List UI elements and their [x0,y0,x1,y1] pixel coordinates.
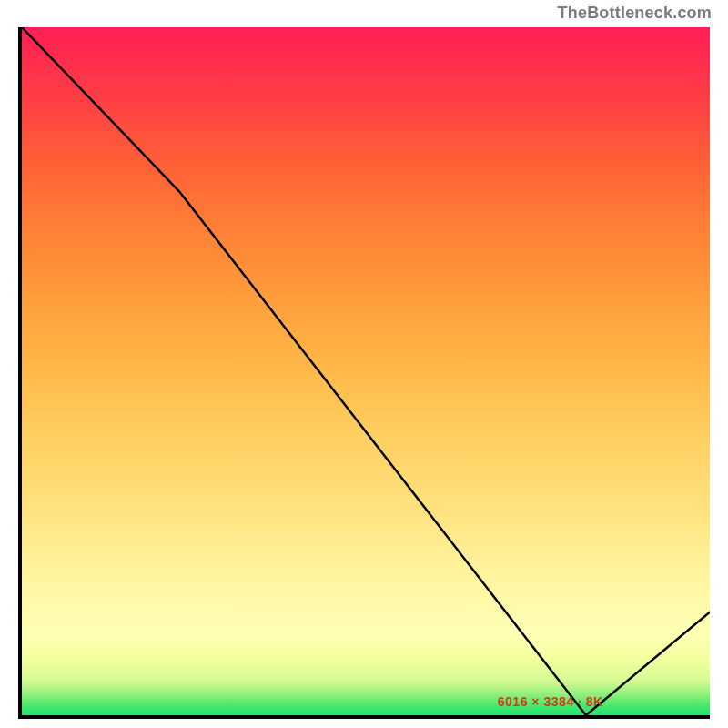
chart-line-layer [22,27,710,715]
bottleneck-curve-path [22,27,710,715]
watermark-text: TheBottleneck.com [558,4,712,23]
resolution-annotation: 6016 × 3384 · 8K [498,694,603,709]
chart-plot-area: 6016 × 3384 · 8K [18,27,710,719]
